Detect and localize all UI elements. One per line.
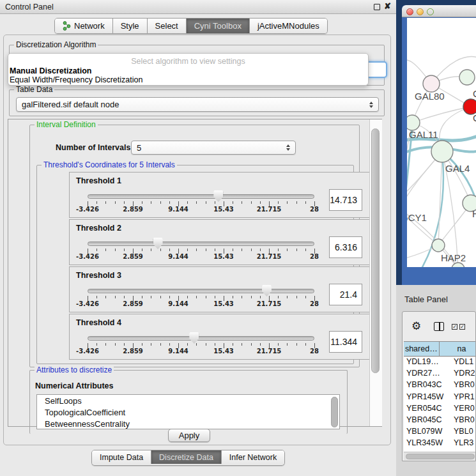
- slider-tick-labels: -3.4262.859 9.14415.43 21.71528: [88, 206, 314, 213]
- threshold-1-label: Threshold 1: [76, 176, 121, 185]
- list-item[interactable]: BetweennessCentrality: [37, 418, 339, 429]
- interval-definition-title: Interval Definition: [35, 120, 98, 129]
- float-window-icon[interactable]: [374, 4, 380, 10]
- number-of-intervals-value: 5: [137, 143, 141, 153]
- mac-zoom-button[interactable]: [427, 8, 434, 15]
- algorithm-group-title: Discretization Algorithm: [14, 40, 98, 49]
- list-scrollbar[interactable]: [331, 397, 338, 427]
- table-body[interactable]: YDL19…YDL1 YDR27…YDR2 YBR043CYBR0 YPR145…: [404, 357, 476, 452]
- column-header-shared-name[interactable]: shared…: [404, 342, 440, 356]
- close-window-icon[interactable]: ✘: [384, 1, 391, 11]
- list-item[interactable]: SelfLoops: [37, 395, 339, 406]
- threshold-2-panel: Threshold 2 -3.4262.859 9.14415.43 21.71…: [69, 219, 378, 265]
- table-data-value: galFiltered.sif default node: [22, 100, 119, 109]
- apply-button[interactable]: Apply: [168, 429, 210, 442]
- horizontal-scrollbar-thumb[interactable]: [406, 454, 475, 459]
- threshold-4-value-field[interactable]: 11.344: [329, 331, 362, 353]
- list-item[interactable]: TopologicalCoefficient: [37, 406, 339, 418]
- dropdown-item-equal-width[interactable]: Equal Width/Frequency Discretization: [10, 75, 142, 84]
- threshold-3-value-field[interactable]: 21.4: [329, 284, 362, 305]
- threshold-1-slider-track[interactable]: [88, 194, 314, 199]
- table-header-row: shared… na: [404, 341, 476, 357]
- number-of-intervals-combobox[interactable]: 5: [131, 141, 296, 155]
- network-window-titlebar[interactable]: [402, 5, 476, 17]
- tab-network[interactable]: Network: [55, 19, 113, 33]
- threshold-4-label: Threshold 4: [76, 318, 121, 327]
- gear-icon[interactable]: ⚙: [411, 321, 421, 332]
- tab-style[interactable]: Style: [113, 19, 148, 33]
- interval-definition-groupbox: Interval Definition Number of Intervals …: [29, 125, 360, 367]
- control-panel-titlebar: Control Panel: [0, 0, 396, 14]
- tab-select[interactable]: Select: [148, 19, 187, 33]
- table-row[interactable]: YBL079WYBL0: [404, 427, 476, 438]
- table-row[interactable]: YBR043CYBR0: [404, 380, 476, 392]
- horizontal-scrollbar[interactable]: [404, 452, 476, 460]
- checkbox-icon[interactable]: ✓: [452, 324, 457, 330]
- node-label: GAL80: [415, 91, 445, 102]
- attributes-groupbox: Attributes to discretize Numerical Attri…: [29, 370, 348, 434]
- tab-discretize-data[interactable]: Discretize Data: [151, 450, 222, 464]
- table-data-group-title: Table Data: [14, 85, 54, 94]
- slider-tick-labels: -3.4262.859 9.14415.43 21.71528: [88, 253, 314, 261]
- algorithm-dropdown-popup: Select algorithm to view settings Manual…: [8, 53, 369, 86]
- column-header-name[interactable]: na: [440, 342, 476, 356]
- table-row[interactable]: YBR045CYBR0: [404, 415, 476, 427]
- table-panel: ⚙ ✓ ✓ shared… na YDL19…YDL1 YDR27…YDR2 Y…: [402, 311, 476, 461]
- node-label: GAL4: [445, 163, 470, 174]
- tab-impute-data[interactable]: Impute Data: [92, 450, 151, 464]
- threshold-3-slider-handle[interactable]: [262, 285, 272, 296]
- threshold-2-slider-handle[interactable]: [153, 238, 163, 249]
- window-title: Control Panel: [5, 3, 54, 12]
- node-label: GAL11: [409, 129, 438, 140]
- threshold-4-slider-handle[interactable]: [189, 332, 199, 344]
- threshold-1-value-field[interactable]: 14.713: [329, 189, 362, 211]
- node-label: C: [473, 112, 476, 123]
- split-columns-icon[interactable]: [434, 322, 444, 331]
- network-graph: GAL80 G C GAL11 GAL4 GCY1 H HAP2: [407, 18, 476, 267]
- table-row[interactable]: YPR145WYPR1: [404, 392, 476, 404]
- top-tab-bar: Network Style Select Cyni Toolbox jActiv…: [54, 18, 328, 34]
- combo-stepper-icon[interactable]: [286, 144, 290, 151]
- table-data-combobox[interactable]: galFiltered.sif default node: [16, 97, 379, 112]
- network-view-window: GAL80 G C GAL11 GAL4 GCY1 H HAP2: [402, 5, 476, 285]
- node-label: G: [473, 88, 476, 99]
- table-row[interactable]: YLR345WYLR3: [404, 438, 476, 450]
- threshold-4-panel: Threshold 4 -3.4262.859 9.14415.43 21.71…: [69, 314, 378, 360]
- checkbox-icon[interactable]: ✓: [459, 324, 465, 330]
- threshold-4-slider-track[interactable]: [88, 336, 314, 341]
- numerical-attributes-label: Numerical Attributes: [35, 381, 113, 390]
- network-canvas[interactable]: GAL80 G C GAL11 GAL4 GCY1 H HAP2: [407, 18, 476, 267]
- attributes-group-title: Attributes to discretize: [35, 365, 114, 374]
- threshold-3-slider-track[interactable]: [88, 289, 314, 293]
- table-data-groupbox: Table Data galFiltered.sif default node: [9, 89, 385, 116]
- threshold-1-slider-handle[interactable]: [213, 190, 223, 202]
- table-panel-title: Table Panel: [404, 295, 448, 304]
- slider-tick-labels: -3.4262.859 9.14415.43 21.71528: [88, 300, 314, 308]
- node-label: H: [472, 208, 476, 219]
- table-row[interactable]: YER054CYER0: [404, 404, 476, 415]
- tab-network-label: Network: [74, 21, 105, 31]
- mac-close-button[interactable]: [406, 8, 413, 15]
- scrollbar-thumb[interactable]: [371, 128, 380, 373]
- threshold-1-panel: Threshold 1 -3.4262.859 9.14415.43 21.71…: [69, 172, 378, 218]
- table-row[interactable]: YDR27…YDR2: [404, 369, 476, 380]
- numerical-attributes-list[interactable]: SelfLoops TopologicalCoefficient Between…: [36, 394, 340, 429]
- threshold-2-value-field[interactable]: 6.316: [329, 236, 362, 258]
- threshold-2-label: Threshold 2: [76, 224, 121, 233]
- number-of-intervals-label: Number of Intervals: [56, 143, 130, 152]
- table-row[interactable]: YDL19…YDL1: [404, 357, 476, 369]
- node-label: GCY1: [407, 212, 427, 223]
- threshold-2-slider-track[interactable]: [88, 242, 314, 246]
- tab-jactivemnodules[interactable]: jActiveMNodules: [250, 19, 327, 33]
- screen: Control Panel ✘ Network Style Select Cyn…: [0, 0, 476, 476]
- mac-minimize-button[interactable]: [417, 8, 424, 15]
- tab-infer-network[interactable]: Infer Network: [222, 450, 284, 464]
- dropdown-hint-item[interactable]: Select algorithm to view settings: [8, 57, 368, 66]
- thresholds-group-title: Threshold's Coordinates for 5 Intervals: [42, 160, 177, 169]
- bottom-tab-bar: Impute Data Discretize Data Infer Networ…: [91, 450, 285, 466]
- dropdown-item-manual-discretization[interactable]: Manual Discretization: [10, 66, 92, 75]
- threshold-3-panel: Threshold 3 -3.4262.859 9.14415.43 21.71…: [69, 266, 378, 312]
- slider-tick-labels: -3.4262.859 9.14415.43 21.71528: [88, 348, 314, 355]
- combo-stepper-icon[interactable]: [369, 102, 373, 108]
- tab-cyni-toolbox[interactable]: Cyni Toolbox: [187, 19, 250, 33]
